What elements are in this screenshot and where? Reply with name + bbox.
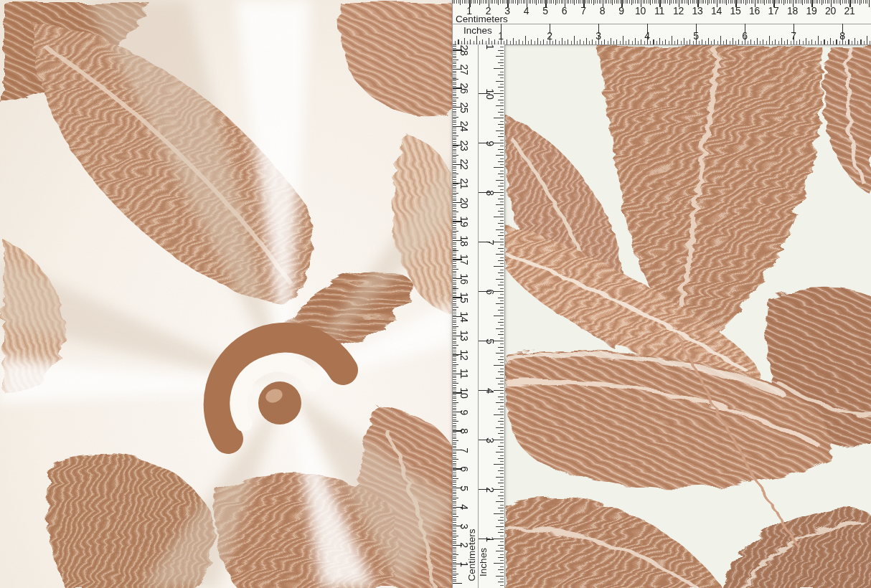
h-inch-number-6: 6	[742, 30, 748, 42]
h-cm-number-16: 16	[749, 5, 760, 16]
v-inch-number-6: 6	[484, 289, 496, 295]
h-cm-number-1: 1	[466, 5, 472, 16]
h-ruler-halfcm-ticks	[452, 0, 871, 5]
v-ruler-eighthinch-ticks	[498, 44, 504, 588]
h-cm-number-13: 13	[692, 5, 703, 16]
v-ruler-sixteenth-ticks	[500, 44, 504, 588]
v-cm-number-1: 1	[458, 561, 470, 567]
v-cm-number-26: 26	[458, 83, 470, 94]
v-inch-number-11: 11	[484, 44, 496, 49]
v-inch-number-1: 1	[484, 536, 496, 542]
v-ruler-halfcm-ticks	[453, 44, 458, 584]
h-cm-number-19: 19	[806, 5, 817, 16]
v-cm-number-8: 8	[458, 428, 470, 434]
fabric-photo-flat	[502, 43, 871, 588]
v-cm-number-24: 24	[458, 121, 470, 132]
h-inch-number-5: 5	[693, 30, 699, 42]
h-cm-number-21: 21	[844, 5, 855, 16]
v-inch-number-10: 10	[484, 89, 496, 100]
v-cm-number-16: 16	[458, 273, 470, 284]
v-cm-number-7: 7	[458, 447, 470, 453]
v-cm-number-13: 13	[458, 331, 470, 341]
v-ruler-mm-ticks	[453, 44, 456, 584]
v-inch-number-8: 8	[484, 190, 496, 196]
fabric-grain-overlay-right	[502, 43, 871, 588]
screenshot-stage: Centimeters Inches 123456789101112131415…	[0, 0, 871, 588]
h-cm-number-4: 4	[524, 5, 529, 16]
h-cm-number-12: 12	[673, 5, 684, 16]
h-ruler-halfinch-ticks	[452, 36, 871, 44]
v-ruler-halfinch-ticks	[494, 44, 504, 588]
h-ruler-eighthinch-ticks	[452, 39, 871, 44]
v-inch-number-2: 2	[484, 487, 496, 493]
v-ruler-quarterinch-ticks	[496, 44, 504, 588]
v-ruler-divider	[478, 44, 479, 588]
v-cm-number-17: 17	[458, 255, 470, 265]
h-inch-number-7: 7	[791, 30, 796, 42]
v-inch-number-3: 3	[484, 437, 496, 443]
v-inch-number-5: 5	[484, 338, 496, 344]
v-cm-number-5: 5	[458, 485, 470, 491]
h-cm-number-2: 2	[486, 5, 491, 16]
h-cm-number-8: 8	[600, 5, 606, 16]
h-cm-number-7: 7	[580, 5, 586, 16]
h-cm-number-3: 3	[504, 5, 510, 16]
h-inch-number-1: 1	[498, 30, 504, 42]
h-ruler-cm-label: Centimeters	[456, 14, 508, 24]
h-cm-number-5: 5	[542, 5, 548, 16]
v-cm-number-14: 14	[458, 311, 470, 322]
v-inch-number-9: 9	[484, 141, 496, 146]
h-inch-number-3: 3	[595, 30, 601, 42]
fabric-photo-swirled	[0, 0, 453, 588]
h-cm-number-15: 15	[730, 5, 741, 16]
fabric-grain-overlay	[0, 0, 453, 588]
v-ruler-inches-label: Inches	[478, 548, 489, 577]
v-inch-number-4: 4	[484, 388, 496, 394]
v-cm-number-12: 12	[458, 349, 470, 360]
h-cm-number-20: 20	[825, 5, 836, 16]
h-cm-number-10: 10	[635, 5, 646, 16]
h-cm-number-18: 18	[787, 5, 798, 16]
h-inch-number-2: 2	[547, 30, 552, 42]
v-cm-number-18: 18	[458, 235, 470, 246]
v-cm-number-9: 9	[458, 409, 470, 415]
v-cm-number-4: 4	[458, 505, 470, 511]
v-cm-number-28: 28	[458, 45, 470, 56]
h-cm-number-14: 14	[711, 5, 722, 16]
v-cm-number-21: 21	[458, 178, 470, 189]
vertical-ruler: Centimeters Inches 123456789101112131415…	[452, 44, 505, 588]
h-ruler-mm-ticks	[452, 0, 871, 4]
swirled-fabric-illustration	[0, 0, 453, 588]
v-cm-number-19: 19	[458, 217, 470, 227]
v-cm-number-2: 2	[458, 543, 470, 549]
h-cm-number-11: 11	[654, 5, 664, 16]
v-inch-number-7: 7	[484, 240, 496, 245]
h-cm-number-17: 17	[768, 5, 779, 16]
horizontal-ruler: Centimeters Inches 123456789101112131415…	[452, 0, 871, 45]
v-ruler-inch-ticks	[479, 44, 490, 588]
h-ruler-quarterinch-ticks	[452, 38, 871, 44]
h-inch-number-8: 8	[839, 30, 845, 42]
v-cm-number-23: 23	[458, 140, 470, 151]
v-cm-number-22: 22	[458, 159, 470, 170]
h-ruler-inch-ticks	[452, 24, 871, 34]
v-cm-number-27: 27	[458, 64, 470, 75]
h-cm-number-9: 9	[618, 5, 624, 16]
v-cm-number-10: 10	[458, 388, 470, 399]
v-cm-number-11: 11	[458, 369, 470, 379]
h-inch-number-4: 4	[644, 30, 650, 42]
flat-fabric-illustration	[502, 43, 871, 588]
v-cm-number-20: 20	[458, 197, 470, 208]
v-cm-number-15: 15	[458, 293, 470, 303]
v-cm-number-3: 3	[458, 523, 470, 529]
h-ruler-divider	[453, 24, 871, 24]
v-ruler-cm-label: Centimeters	[466, 529, 477, 582]
h-cm-number-6: 6	[562, 5, 568, 16]
v-cm-number-25: 25	[458, 102, 470, 113]
h-ruler-inches-label: Inches	[463, 25, 492, 36]
h-ruler-sixteenth-ticks	[452, 41, 871, 44]
v-cm-number-6: 6	[458, 466, 470, 472]
